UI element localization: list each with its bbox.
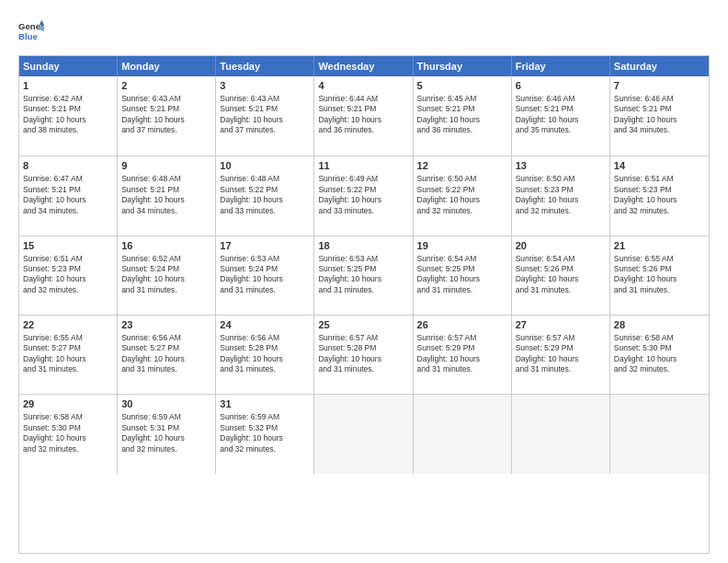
day-info: Sunrise: 6:50 AM Sunset: 5:22 PM Dayligh… (417, 174, 481, 214)
day-number: 19 (417, 239, 507, 253)
day-number: 9 (121, 159, 211, 173)
day-cell-23: 23Sunrise: 6:56 AM Sunset: 5:27 PM Dayli… (118, 316, 216, 394)
day-cell-13: 13Sunrise: 6:50 AM Sunset: 5:23 PM Dayli… (512, 156, 610, 235)
weekday-header-sunday: Sunday (19, 56, 118, 76)
day-number: 17 (220, 239, 310, 253)
day-cell-12: 12Sunrise: 6:50 AM Sunset: 5:22 PM Dayli… (414, 156, 512, 235)
weekday-header-tuesday: Tuesday (216, 56, 314, 76)
day-cell-4: 4Sunrise: 6:44 AM Sunset: 5:21 PM Daylig… (314, 76, 413, 155)
calendar-header: SundayMondayTuesdayWednesdayThursdayFrid… (19, 56, 709, 76)
day-number: 2 (121, 79, 211, 93)
day-cell-25: 25Sunrise: 6:57 AM Sunset: 5:28 PM Dayli… (314, 316, 413, 394)
calendar-body: 1Sunrise: 6:42 AM Sunset: 5:21 PM Daylig… (19, 76, 709, 553)
day-cell-28: 28Sunrise: 6:58 AM Sunset: 5:30 PM Dayli… (610, 316, 709, 394)
day-number: 30 (121, 397, 211, 411)
day-number: 8 (23, 159, 113, 173)
day-cell-8: 8Sunrise: 6:47 AM Sunset: 5:21 PM Daylig… (19, 156, 118, 235)
day-number: 26 (417, 318, 507, 332)
day-number: 27 (516, 318, 606, 332)
day-info: Sunrise: 6:42 AM Sunset: 5:21 PM Dayligh… (23, 94, 86, 134)
day-cell-21: 21Sunrise: 6:55 AM Sunset: 5:26 PM Dayli… (610, 236, 709, 315)
svg-text:Blue: Blue (18, 31, 38, 41)
calendar-row-3: 15Sunrise: 6:51 AM Sunset: 5:23 PM Dayli… (19, 236, 709, 315)
day-number: 24 (220, 318, 310, 332)
day-cell-31: 31Sunrise: 6:59 AM Sunset: 5:32 PM Dayli… (216, 395, 314, 473)
day-info: Sunrise: 6:58 AM Sunset: 5:30 PM Dayligh… (614, 333, 677, 373)
day-cell-29: 29Sunrise: 6:58 AM Sunset: 5:30 PM Dayli… (19, 395, 118, 473)
day-number: 12 (417, 159, 507, 173)
day-info: Sunrise: 6:57 AM Sunset: 5:28 PM Dayligh… (318, 333, 381, 373)
day-cell-2: 2Sunrise: 6:43 AM Sunset: 5:21 PM Daylig… (118, 76, 216, 155)
day-info: Sunrise: 6:54 AM Sunset: 5:26 PM Dayligh… (516, 254, 579, 294)
weekday-header-monday: Monday (118, 56, 216, 76)
day-number: 23 (121, 318, 211, 332)
weekday-header-saturday: Saturday (610, 56, 709, 76)
day-cell-15: 15Sunrise: 6:51 AM Sunset: 5:23 PM Dayli… (19, 236, 118, 315)
calendar: SundayMondayTuesdayWednesdayThursdayFrid… (18, 55, 710, 554)
weekday-header-friday: Friday (512, 56, 610, 76)
day-info: Sunrise: 6:48 AM Sunset: 5:22 PM Dayligh… (220, 174, 283, 214)
day-info: Sunrise: 6:58 AM Sunset: 5:30 PM Dayligh… (23, 412, 86, 453)
day-info: Sunrise: 6:57 AM Sunset: 5:29 PM Dayligh… (417, 333, 481, 373)
calendar-row-2: 8Sunrise: 6:47 AM Sunset: 5:21 PM Daylig… (19, 155, 709, 235)
day-number: 10 (220, 159, 310, 173)
day-number: 21 (614, 239, 705, 253)
day-cell-18: 18Sunrise: 6:53 AM Sunset: 5:25 PM Dayli… (314, 236, 413, 315)
header: General Blue (18, 18, 710, 44)
day-number: 29 (23, 397, 113, 411)
day-cell-14: 14Sunrise: 6:51 AM Sunset: 5:23 PM Dayli… (610, 156, 709, 235)
day-info: Sunrise: 6:48 AM Sunset: 5:21 PM Dayligh… (121, 174, 185, 214)
day-cell-11: 11Sunrise: 6:49 AM Sunset: 5:22 PM Dayli… (314, 156, 413, 235)
day-number: 16 (121, 239, 211, 253)
day-number: 3 (220, 79, 310, 93)
day-info: Sunrise: 6:45 AM Sunset: 5:21 PM Dayligh… (417, 94, 481, 134)
day-cell-20: 20Sunrise: 6:54 AM Sunset: 5:26 PM Dayli… (512, 236, 610, 315)
calendar-row-5: 29Sunrise: 6:58 AM Sunset: 5:30 PM Dayli… (19, 394, 709, 473)
day-number: 28 (614, 318, 705, 332)
general-blue-logo-icon: General Blue (18, 18, 44, 44)
page: General Blue SundayMondayTuesdayWednesda… (0, 0, 728, 563)
day-cell-3: 3Sunrise: 6:43 AM Sunset: 5:21 PM Daylig… (216, 76, 314, 155)
day-cell-5: 5Sunrise: 6:45 AM Sunset: 5:21 PM Daylig… (414, 76, 512, 155)
day-info: Sunrise: 6:56 AM Sunset: 5:28 PM Dayligh… (220, 333, 283, 373)
calendar-row-4: 22Sunrise: 6:55 AM Sunset: 5:27 PM Dayli… (19, 315, 709, 394)
weekday-header-wednesday: Wednesday (314, 56, 413, 76)
day-number: 22 (23, 318, 113, 332)
empty-cell (610, 395, 709, 473)
day-info: Sunrise: 6:57 AM Sunset: 5:29 PM Dayligh… (516, 333, 579, 373)
day-info: Sunrise: 6:59 AM Sunset: 5:32 PM Dayligh… (220, 412, 283, 453)
day-cell-6: 6Sunrise: 6:46 AM Sunset: 5:21 PM Daylig… (512, 76, 610, 155)
day-cell-30: 30Sunrise: 6:59 AM Sunset: 5:31 PM Dayli… (118, 395, 216, 473)
day-info: Sunrise: 6:44 AM Sunset: 5:21 PM Dayligh… (318, 94, 381, 134)
empty-cell (414, 395, 512, 473)
day-cell-27: 27Sunrise: 6:57 AM Sunset: 5:29 PM Dayli… (512, 316, 610, 394)
day-cell-16: 16Sunrise: 6:52 AM Sunset: 5:24 PM Dayli… (118, 236, 216, 315)
day-cell-19: 19Sunrise: 6:54 AM Sunset: 5:25 PM Dayli… (414, 236, 512, 315)
day-info: Sunrise: 6:55 AM Sunset: 5:26 PM Dayligh… (614, 254, 677, 294)
day-info: Sunrise: 6:55 AM Sunset: 5:27 PM Dayligh… (23, 333, 86, 373)
day-number: 15 (23, 239, 113, 253)
day-info: Sunrise: 6:56 AM Sunset: 5:27 PM Dayligh… (121, 333, 185, 373)
day-number: 13 (516, 159, 606, 173)
day-info: Sunrise: 6:46 AM Sunset: 5:21 PM Dayligh… (614, 94, 677, 134)
day-info: Sunrise: 6:43 AM Sunset: 5:21 PM Dayligh… (220, 94, 283, 134)
day-number: 20 (516, 239, 606, 253)
day-cell-17: 17Sunrise: 6:53 AM Sunset: 5:24 PM Dayli… (216, 236, 314, 315)
day-number: 18 (318, 239, 408, 253)
day-info: Sunrise: 6:53 AM Sunset: 5:25 PM Dayligh… (318, 254, 381, 294)
day-cell-7: 7Sunrise: 6:46 AM Sunset: 5:21 PM Daylig… (610, 76, 709, 155)
day-number: 31 (220, 397, 310, 411)
day-number: 6 (516, 79, 606, 93)
day-number: 14 (614, 159, 705, 173)
calendar-row-1: 1Sunrise: 6:42 AM Sunset: 5:21 PM Daylig… (19, 76, 709, 155)
day-info: Sunrise: 6:54 AM Sunset: 5:25 PM Dayligh… (417, 254, 481, 294)
day-info: Sunrise: 6:46 AM Sunset: 5:21 PM Dayligh… (516, 94, 579, 134)
day-number: 4 (318, 79, 408, 93)
day-info: Sunrise: 6:51 AM Sunset: 5:23 PM Dayligh… (23, 254, 86, 294)
weekday-header-thursday: Thursday (414, 56, 512, 76)
day-info: Sunrise: 6:59 AM Sunset: 5:31 PM Dayligh… (121, 412, 185, 453)
day-info: Sunrise: 6:52 AM Sunset: 5:24 PM Dayligh… (121, 254, 185, 294)
day-info: Sunrise: 6:43 AM Sunset: 5:21 PM Dayligh… (121, 94, 185, 134)
day-number: 25 (318, 318, 408, 332)
day-info: Sunrise: 6:51 AM Sunset: 5:23 PM Dayligh… (614, 174, 677, 214)
